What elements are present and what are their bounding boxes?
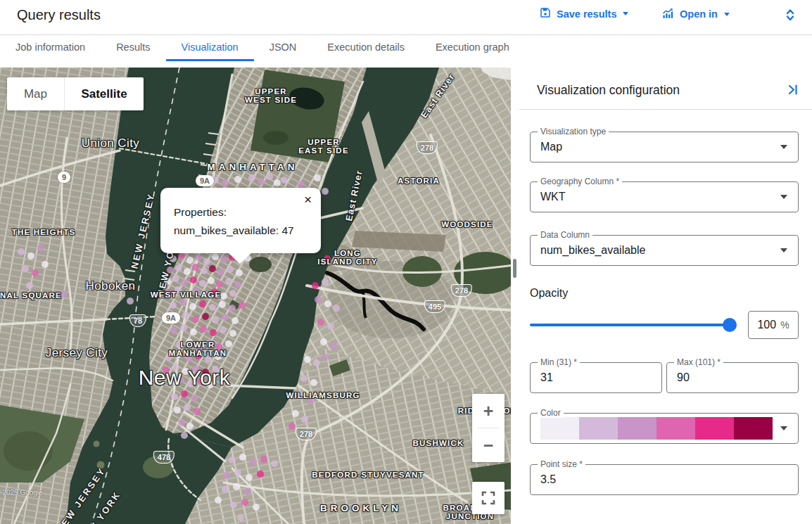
toolbar: Query results Save results Open in [0,0,812,35]
chevron-down-icon [780,195,787,199]
tab-json[interactable]: JSON [254,35,312,61]
chart-icon [661,6,675,22]
color-gradient-swatch [540,417,773,440]
save-results-caret-icon [623,12,628,15]
pane-resize-handle[interactable] [513,259,516,278]
satellite-imagery [0,68,511,524]
zoom-out-button[interactable]: − [472,428,505,462]
results-tab-bar: Job informationResultsVisualizationJSONE… [0,35,812,68]
map-type-map-button[interactable]: Map [7,77,65,110]
chevron-down-icon [780,426,787,430]
collapse-results-icon[interactable] [782,6,799,23]
opacity-slider-thumb[interactable] [723,318,737,332]
tab-results[interactable]: Results [101,35,165,61]
color-scale-select[interactable]: Color [530,413,799,444]
open-in-button[interactable]: Open in [661,6,730,22]
panel-header: Visualization configuration [519,68,812,110]
popup-properties-title: Properties: [174,203,311,222]
chevron-down-icon [780,248,787,253]
map-type-toggle: Map Satellite [7,77,144,110]
geography-column-select[interactable]: Geography Column * WKT [530,181,799,212]
opacity-slider[interactable] [530,311,737,339]
open-in-caret-icon [724,13,730,16]
visualization-config-panel: Visualization configuration Visualizatio… [519,68,812,524]
tab-execution-details[interactable]: Execution details [312,35,420,61]
zoom-control: + − [472,394,505,462]
popup-pointer [228,253,252,264]
bigquery-query-results: Query results Save results Open in [0,0,812,524]
panel-title: Visualization configuration [537,83,680,98]
save-icon [539,6,552,21]
opacity-label: Opacity [530,287,799,300]
zoom-in-button[interactable]: + [472,394,505,428]
min-value-field[interactable]: Min (31) * 31 [530,362,662,393]
pane-gutter [511,68,519,524]
map-canvas[interactable]: Union CityUPPER WEST SIDEMANHATTANUPPER … [0,68,511,524]
data-column-select[interactable]: Data Column num_bikes_available [530,235,799,266]
page-title: Query results [17,7,101,23]
save-results-button[interactable]: Save results [539,6,628,21]
popup-property-row: num_bikes_available: 47 [174,222,311,240]
tab-job-information[interactable]: Job information [0,35,101,61]
point-size-field[interactable]: Point size * 3.5 [530,464,799,495]
map-type-satellite-button[interactable]: Satellite [65,77,144,110]
feature-popup: × Properties: num_bikes_available: 47 [160,188,321,253]
fullscreen-button[interactable] [472,482,505,514]
opacity-value-field[interactable]: 100 % [748,311,799,339]
max-value-field[interactable]: Max (101) * 90 [666,362,799,393]
tab-execution-graph[interactable]: Execution graph [420,35,525,61]
popup-close-icon[interactable]: × [304,192,312,207]
tab-visualization[interactable]: Visualization [166,35,254,61]
chevron-down-icon [780,145,787,149]
collapse-panel-icon[interactable] [786,83,799,99]
visualization-type-select[interactable]: Visualization type Map [530,132,799,162]
